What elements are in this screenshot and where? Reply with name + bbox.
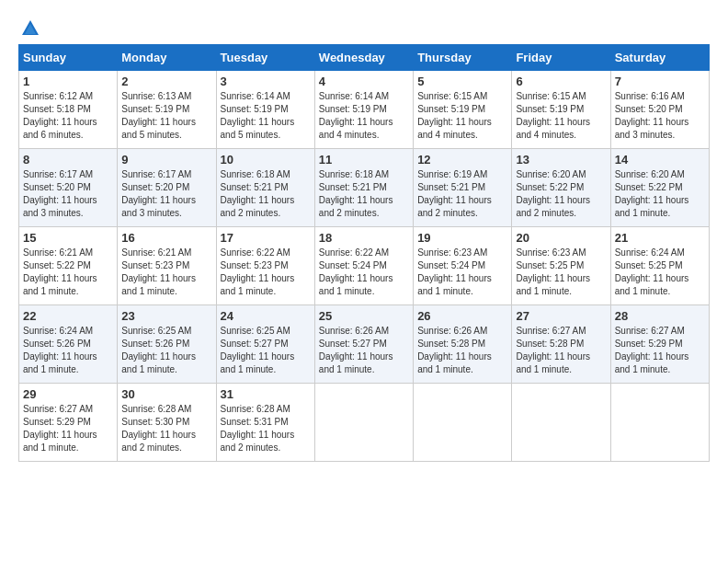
calendar-day-cell: 16 Sunrise: 6:21 AM Sunset: 5:23 PM Dayl…: [118, 227, 216, 305]
sunset-label: Sunset: 5:19 PM: [121, 104, 189, 114]
daylight-label: Daylight: 11 hours and 2 minutes.: [221, 195, 295, 218]
daylight-label: Daylight: 11 hours and 2 minutes.: [221, 430, 295, 453]
daylight-label: Daylight: 11 hours and 1 minute.: [23, 430, 97, 453]
daylight-label: Daylight: 11 hours and 1 minute.: [319, 351, 393, 374]
day-number: 23: [121, 309, 211, 323]
daylight-label: Daylight: 11 hours and 1 minute.: [615, 273, 689, 296]
calendar-day-cell: [314, 384, 413, 462]
sunrise-label: Sunrise: 6:21 AM: [121, 247, 191, 258]
weekday-header-row: SundayMondayTuesdayWednesdayThursdayFrid…: [19, 45, 710, 71]
calendar-day-cell: 20 Sunrise: 6:23 AM Sunset: 5:25 PM Dayl…: [512, 227, 610, 305]
daylight-label: Daylight: 11 hours and 1 minute.: [23, 273, 97, 296]
sunrise-label: Sunrise: 6:14 AM: [221, 91, 290, 101]
calendar-day-cell: 6 Sunrise: 6:15 AM Sunset: 5:19 PM Dayli…: [512, 71, 610, 149]
calendar-day-cell: 21 Sunrise: 6:24 AM Sunset: 5:25 PM Dayl…: [610, 227, 709, 305]
daylight-label: Daylight: 11 hours and 2 minutes.: [516, 195, 590, 218]
day-number: 17: [221, 231, 311, 245]
sunset-label: Sunset: 5:18 PM: [23, 104, 91, 114]
calendar-day-cell: 9 Sunrise: 6:17 AM Sunset: 5:20 PM Dayli…: [118, 149, 216, 227]
day-number: 30: [121, 387, 211, 401]
day-number: 19: [417, 231, 507, 245]
day-number: 27: [516, 309, 606, 323]
sunset-label: Sunset: 5:19 PM: [221, 104, 289, 114]
calendar-day-cell: 4 Sunrise: 6:14 AM Sunset: 5:19 PM Dayli…: [314, 71, 413, 149]
day-info: Sunrise: 6:12 AM Sunset: 5:18 PM Dayligh…: [23, 90, 113, 142]
day-info: Sunrise: 6:28 AM Sunset: 5:30 PM Dayligh…: [121, 403, 211, 454]
sunrise-label: Sunrise: 6:18 AM: [319, 169, 389, 179]
sunset-label: Sunset: 5:27 PM: [221, 339, 289, 349]
daylight-label: Daylight: 11 hours and 1 minute.: [121, 351, 196, 374]
daylight-label: Daylight: 11 hours and 3 minutes.: [615, 117, 689, 140]
sunrise-label: Sunrise: 6:20 AM: [615, 169, 685, 179]
sunset-label: Sunset: 5:20 PM: [23, 182, 91, 192]
calendar-day-cell: 14 Sunrise: 6:20 AM Sunset: 5:22 PM Dayl…: [610, 149, 709, 227]
daylight-label: Daylight: 11 hours and 1 minute.: [221, 351, 295, 374]
weekday-header-cell: Saturday: [610, 45, 709, 71]
day-info: Sunrise: 6:26 AM Sunset: 5:27 PM Dayligh…: [319, 325, 409, 376]
sunset-label: Sunset: 5:29 PM: [615, 339, 683, 349]
daylight-label: Daylight: 11 hours and 4 minutes.: [319, 117, 393, 140]
sunset-label: Sunset: 5:27 PM: [319, 339, 387, 349]
sunrise-label: Sunrise: 6:22 AM: [221, 247, 290, 258]
calendar-day-cell: 5 Sunrise: 6:15 AM Sunset: 5:19 PM Dayli…: [414, 71, 512, 149]
day-info: Sunrise: 6:21 AM Sunset: 5:22 PM Dayligh…: [23, 247, 113, 298]
day-info: Sunrise: 6:15 AM Sunset: 5:19 PM Dayligh…: [516, 90, 606, 142]
sunset-label: Sunset: 5:28 PM: [516, 339, 584, 349]
day-info: Sunrise: 6:20 AM Sunset: 5:22 PM Dayligh…: [615, 168, 705, 220]
day-info: Sunrise: 6:16 AM Sunset: 5:20 PM Dayligh…: [615, 90, 705, 142]
sunrise-label: Sunrise: 6:18 AM: [221, 169, 290, 179]
day-number: 31: [221, 387, 311, 401]
calendar-day-cell: 13 Sunrise: 6:20 AM Sunset: 5:22 PM Dayl…: [512, 149, 610, 227]
day-info: Sunrise: 6:27 AM Sunset: 5:29 PM Dayligh…: [615, 325, 705, 376]
day-number: 3: [221, 75, 311, 88]
sunset-label: Sunset: 5:22 PM: [615, 182, 683, 192]
sunrise-label: Sunrise: 6:25 AM: [221, 326, 290, 336]
day-number: 26: [417, 309, 507, 323]
calendar-body: 1 Sunrise: 6:12 AM Sunset: 5:18 PM Dayli…: [19, 71, 710, 462]
calendar-day-cell: [414, 384, 512, 462]
calendar-day-cell: 17 Sunrise: 6:22 AM Sunset: 5:23 PM Dayl…: [216, 227, 314, 305]
sunset-label: Sunset: 5:20 PM: [121, 182, 189, 192]
day-info: Sunrise: 6:17 AM Sunset: 5:20 PM Dayligh…: [121, 168, 211, 220]
sunrise-label: Sunrise: 6:17 AM: [121, 169, 191, 179]
daylight-label: Daylight: 11 hours and 2 minutes.: [417, 195, 492, 218]
sunrise-label: Sunrise: 6:26 AM: [319, 326, 389, 336]
sunset-label: Sunset: 5:19 PM: [319, 104, 387, 114]
daylight-label: Daylight: 11 hours and 1 minute.: [615, 195, 689, 218]
day-number: 6: [516, 75, 606, 88]
calendar-day-cell: 26 Sunrise: 6:26 AM Sunset: 5:28 PM Dayl…: [414, 305, 512, 384]
day-number: 18: [319, 231, 409, 245]
day-info: Sunrise: 6:24 AM Sunset: 5:26 PM Dayligh…: [23, 325, 113, 376]
calendar-day-cell: 22 Sunrise: 6:24 AM Sunset: 5:26 PM Dayl…: [19, 305, 118, 384]
daylight-label: Daylight: 11 hours and 2 minutes.: [121, 430, 196, 453]
day-info: Sunrise: 6:15 AM Sunset: 5:19 PM Dayligh…: [417, 90, 507, 142]
day-info: Sunrise: 6:26 AM Sunset: 5:28 PM Dayligh…: [417, 325, 507, 376]
calendar-day-cell: 15 Sunrise: 6:21 AM Sunset: 5:22 PM Dayl…: [19, 227, 118, 305]
day-number: 16: [121, 231, 211, 245]
sunrise-label: Sunrise: 6:13 AM: [121, 91, 191, 101]
sunrise-label: Sunrise: 6:28 AM: [221, 404, 290, 414]
daylight-label: Daylight: 11 hours and 3 minutes.: [23, 195, 97, 218]
calendar-day-cell: 24 Sunrise: 6:25 AM Sunset: 5:27 PM Dayl…: [216, 305, 314, 384]
daylight-label: Daylight: 11 hours and 3 minutes.: [121, 195, 196, 218]
day-number: 5: [417, 75, 507, 88]
calendar-day-cell: [512, 384, 610, 462]
day-number: 28: [615, 309, 705, 323]
day-info: Sunrise: 6:28 AM Sunset: 5:31 PM Dayligh…: [221, 403, 311, 454]
day-number: 12: [417, 153, 507, 167]
day-info: Sunrise: 6:22 AM Sunset: 5:24 PM Dayligh…: [319, 247, 409, 298]
sunrise-label: Sunrise: 6:19 AM: [417, 169, 487, 179]
day-info: Sunrise: 6:17 AM Sunset: 5:20 PM Dayligh…: [23, 168, 113, 220]
calendar-day-cell: 29 Sunrise: 6:27 AM Sunset: 5:29 PM Dayl…: [19, 384, 118, 462]
sunrise-label: Sunrise: 6:14 AM: [319, 91, 389, 101]
calendar-day-cell: 11 Sunrise: 6:18 AM Sunset: 5:21 PM Dayl…: [314, 149, 413, 227]
sunset-label: Sunset: 5:19 PM: [417, 104, 485, 114]
calendar-day-cell: 23 Sunrise: 6:25 AM Sunset: 5:26 PM Dayl…: [118, 305, 216, 384]
sunrise-label: Sunrise: 6:15 AM: [417, 91, 487, 101]
sunset-label: Sunset: 5:25 PM: [615, 260, 683, 270]
daylight-label: Daylight: 11 hours and 1 minute.: [23, 351, 97, 374]
weekday-header-cell: Friday: [512, 45, 610, 71]
sunrise-label: Sunrise: 6:16 AM: [615, 91, 685, 101]
calendar-day-cell: 25 Sunrise: 6:26 AM Sunset: 5:27 PM Dayl…: [314, 305, 413, 384]
day-info: Sunrise: 6:14 AM Sunset: 5:19 PM Dayligh…: [319, 90, 409, 142]
